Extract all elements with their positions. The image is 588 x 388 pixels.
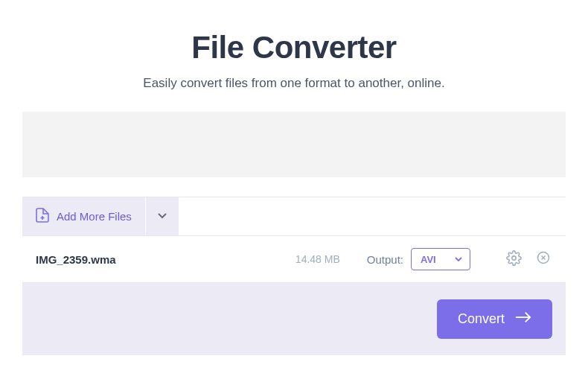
gear-icon [506,250,522,269]
file-row: IMG_2359.wma 14.48 MB Output: AVI [22,236,566,283]
settings-button[interactable] [505,250,523,268]
output-format-select[interactable]: AVI [411,248,470,270]
arrow-right-icon [515,311,531,327]
svg-point-2 [511,255,515,259]
file-name: IMG_2359.wma [36,253,295,266]
output-format-value: AVI [421,254,436,265]
close-circle-icon [536,250,551,268]
toolbar: Add More Files [22,197,566,236]
footer-bar: Convert [22,283,566,355]
remove-file-button[interactable] [534,250,552,268]
ad-banner [22,112,566,177]
file-size: 14.48 MB [295,253,340,265]
page-title: File Converter [22,30,566,66]
output-label: Output: [367,253,403,266]
chevron-down-icon [455,252,462,266]
add-files-dropdown-button[interactable] [146,197,179,235]
file-add-icon [36,208,49,225]
add-more-files-button[interactable]: Add More Files [22,197,146,235]
add-files-label: Add More Files [57,210,132,223]
convert-button-label: Convert [458,311,505,327]
convert-button[interactable]: Convert [437,299,552,339]
chevron-down-icon [157,210,167,223]
page-subtitle: Easily convert files from one format to … [22,76,566,91]
